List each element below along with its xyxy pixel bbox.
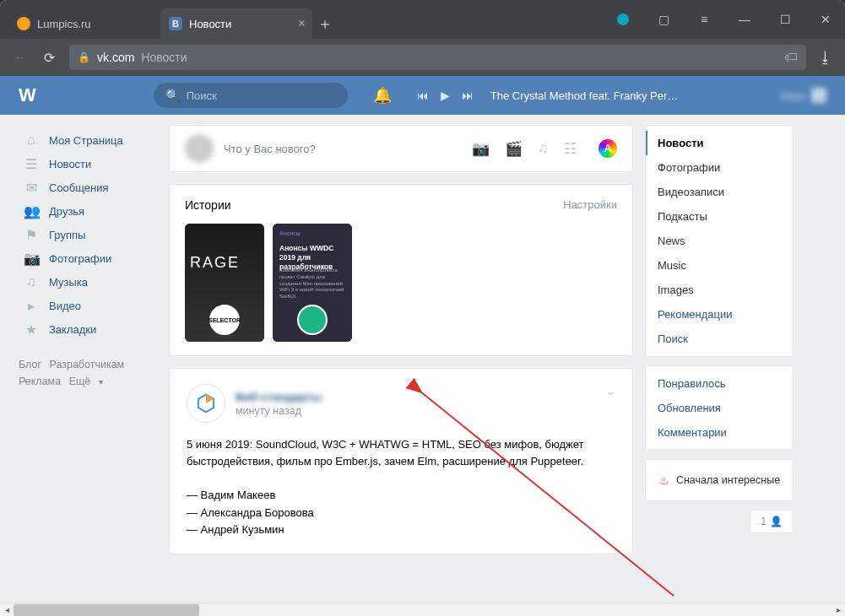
reload-button[interactable]: ⟳ [41,50,57,66]
header-user-menu[interactable]: Иван [780,88,826,103]
address-domain: vk.com [97,51,134,64]
nav-label: Сообщения [49,181,109,194]
post-author-name[interactable]: Веб-стандарты [236,391,322,403]
home-icon: ⌂ [24,132,39,148]
stories-block: Истории Настройки RAGE SELECTOR Анонсы А… [169,184,633,356]
address-page-title: Новости [141,51,187,64]
footer-link-developers[interactable]: Разработчикам [50,356,125,373]
filter-tab-videos[interactable]: Видеозаписи [646,180,793,204]
sidebar-item-photos[interactable]: 📷Фотографии [19,246,157,270]
close-tab-icon[interactable]: × [298,17,306,30]
maximize-button[interactable]: ☐ [766,0,804,39]
interesting-first-toggle[interactable]: ♨ Сначала интересные [646,465,793,495]
post-timestamp[interactable]: минуту назад [236,405,322,417]
scroll-right-arrow[interactable]: ▸ [831,603,845,617]
sidebar-item-video[interactable]: ▸Видео [19,294,157,317]
sidebar-item-friends[interactable]: 👥Друзья [19,199,157,223]
vk-logo[interactable]: W [19,84,35,106]
search-placeholder: Поиск [187,89,217,102]
nav-label: Музыка [49,276,88,289]
story-item-1[interactable]: RAGE SELECTOR [185,224,264,342]
attach-audio-icon[interactable]: ♫ [538,140,549,157]
background-style-button[interactable]: A [599,139,617,158]
filter-tab-images-en[interactable]: Images [646,278,793,302]
prev-track-button[interactable]: ⏮ [417,89,429,102]
vk-page-body: ⌂Моя Страница ☰Новости ✉Сообщения 👥Друзь… [0,115,845,616]
sidebar-item-groups[interactable]: ⚑Группы [19,223,157,246]
next-track-button[interactable]: ⏭ [462,89,474,102]
minimize-button[interactable]: — [725,0,764,39]
video-icon: ▸ [24,298,39,314]
post-line: — Александра Боровова [187,505,615,521]
filter-tab-music-en[interactable]: Music [646,253,793,278]
bookmark-icon[interactable]: 🏷 [784,50,798,65]
audio-player: ⏮ ▶ ⏭ The Crystal Method feat. Franky Pe… [417,89,679,102]
filter-tab-photos[interactable]: Фотографии [646,155,793,180]
sidebar-item-bookmarks[interactable]: ★Закладки [19,317,157,341]
composer-placeholder: Что у Вас нового? [224,143,457,155]
filter-tab-comments[interactable]: Комментарии [646,420,793,445]
post-menu-icon[interactable]: ⌄ [605,384,615,397]
footer-link-blog[interactable]: Блог [19,356,41,373]
attach-video-icon[interactable]: 🎬 [505,140,523,158]
scrollbar-thumb[interactable] [14,604,199,616]
tab-vk-news[interactable]: B Новости × [160,8,312,39]
close-window-button[interactable]: ✕ [806,0,845,39]
feed-filter-card-2: Понравилось Обновления Комментарии [645,365,794,451]
post-line: — Вадим Макеев [187,487,615,504]
notifications-bell-icon[interactable]: 🔔 [373,86,392,105]
stories-title: Истории [185,198,231,212]
sidebar-item-messages[interactable]: ✉Сообщения [19,176,157,199]
story-tag: Анонсы [279,230,301,236]
extension-indicator-icon[interactable] [604,0,642,39]
footer-link-ads[interactable]: Реклама [19,373,61,390]
hamburger-menu-icon[interactable]: ≡ [685,0,723,39]
right-column: Новости Фотографии Видеозаписи Подкасты … [645,125,794,616]
current-track[interactable]: The Crystal Method feat. Franky Per… [490,89,679,102]
stories-settings-link[interactable]: Настройки [563,198,617,212]
viewers-counter[interactable]: 1 👤 [750,510,794,533]
filter-tab-recommendations[interactable]: Рекомендации [646,302,793,327]
tab-title: Новости [189,18,231,30]
interest-label: Сначала интересные [676,474,780,486]
nav-label: Моя Страница [49,134,123,147]
play-button[interactable]: ▶ [441,89,450,102]
post-composer[interactable]: Что у Вас нового? 📷 🎬 ♫ ☷ A [169,125,633,172]
filter-tab-news-en[interactable]: News [646,229,793,253]
downloads-button[interactable]: ⭳ [818,49,833,67]
post-author-avatar[interactable] [187,384,225,423]
sidebar-item-my-page[interactable]: ⌂Моя Страница [19,128,157,152]
scroll-left-arrow[interactable]: ◂ [0,603,14,617]
sidebar-item-music[interactable]: ♫Музыка [19,270,157,294]
tab-lumpics[interactable]: Lumpics.ru [8,8,160,39]
center-column: Что у Вас нового? 📷 🎬 ♫ ☷ A Истории Наст… [169,125,633,616]
filter-tab-podcasts[interactable]: Подкасты [646,204,793,229]
search-icon: 🔍 [165,89,180,102]
message-icon: ✉ [24,180,39,196]
flame-icon: ♨ [658,473,669,487]
attach-photo-icon[interactable]: 📷 [472,140,490,158]
post-line: — Андрей Кузьмин [187,521,615,538]
window-controls: ▢ ≡ — ☐ ✕ [604,0,845,39]
horizontal-scrollbar[interactable]: ◂ ▸ [0,602,845,616]
attach-article-icon[interactable]: ☷ [564,140,577,158]
reader-icon[interactable]: ▢ [644,0,683,39]
new-tab-button[interactable]: ＋ [312,8,338,39]
filter-tab-liked[interactable]: Понравилось [646,371,793,396]
story-item-2[interactable]: Анонсы Анонсы WWDC 2019 для разработчико… [273,224,352,342]
address-field[interactable]: 🔒 vk.com Новости 🏷 [69,45,806,70]
post-text: 5 июня 2019: SoundCloud, W3C + WHATWG = … [187,436,615,470]
favicon-vk: B [169,17,182,30]
filter-tab-updates[interactable]: Обновления [646,396,793,420]
tab-title: Lumpics.ru [37,18,91,30]
filter-tab-search[interactable]: Поиск [646,327,793,351]
footer-link-more[interactable]: Ещё ▾ [69,373,108,391]
nav-label: Группы [49,229,85,241]
sidebar-item-news[interactable]: ☰Новости [19,152,157,176]
vk-header: W 🔍 Поиск 🔔 ⏮ ▶ ⏭ The Crystal Method fea… [0,76,845,115]
favicon-lumpics [17,17,30,30]
search-input[interactable]: 🔍 Поиск [154,83,348,108]
back-button[interactable]: ← [12,50,29,65]
nav-label: Закладки [49,323,96,336]
filter-tab-news[interactable]: Новости [646,131,793,155]
